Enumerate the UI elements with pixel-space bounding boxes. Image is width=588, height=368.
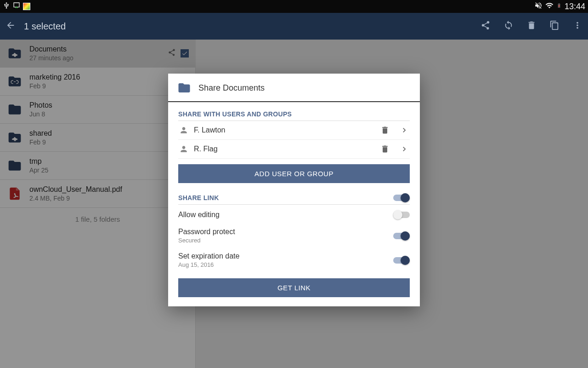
delete-action-icon[interactable] [526, 20, 537, 32]
file-meta: Jun 8 [29, 110, 189, 118]
allow-editing-row[interactable]: Allow editing [178, 205, 410, 222]
file-meta: Apr 25 [29, 167, 189, 174]
allow-editing-toggle[interactable] [393, 210, 410, 219]
selection-app-bar: 1 selected [0, 13, 588, 40]
option-sublabel: Aug 15, 2016 [178, 261, 239, 268]
share-user-row[interactable]: F. Lawton [178, 121, 410, 140]
overflow-menu-icon[interactable] [572, 20, 582, 32]
share-user-row[interactable]: R. Flag [178, 140, 410, 159]
share-action-icon[interactable] [481, 20, 491, 32]
link-folder-icon [6, 73, 23, 90]
copy-action-icon[interactable] [549, 20, 560, 32]
file-name: shared [29, 129, 189, 138]
back-arrow-icon[interactable] [6, 20, 16, 32]
share-link-label: SHARE LINK [178, 194, 219, 201]
file-meta: 27 minutes ago [29, 54, 161, 62]
mute-icon [534, 1, 543, 12]
file-item[interactable]: tmp Apr 25 [0, 152, 195, 180]
person-icon [179, 126, 188, 135]
sync-action-icon[interactable] [503, 20, 514, 32]
file-meta: Feb 9 [29, 138, 189, 146]
file-summary: 1 file, 5 folders [0, 208, 195, 230]
file-meta: Feb 9 [29, 82, 189, 90]
file-item[interactable]: shared Feb 9 [0, 124, 195, 152]
get-link-button[interactable]: GET LINK [178, 278, 410, 297]
password-protect-toggle[interactable] [393, 231, 410, 241]
shared-folder-icon [6, 45, 23, 62]
file-item[interactable]: Documents 27 minutes ago [0, 40, 195, 68]
folder-icon [6, 101, 23, 118]
file-name: ownCloud_User_Manual.pdf [29, 185, 189, 194]
file-meta: 2.4 MB, Feb 9 [29, 195, 189, 202]
expiration-toggle[interactable] [393, 256, 410, 265]
pdf-icon [6, 185, 23, 202]
folder-icon [177, 81, 191, 95]
download-icon [13, 2, 20, 11]
person-icon [179, 144, 188, 154]
share-user-name: F. Lawton [194, 126, 375, 134]
share-users-label: SHARE WITH USERS AND GROUPS [178, 110, 410, 121]
share-link-toggle[interactable] [393, 193, 410, 202]
item-checkbox[interactable] [181, 49, 189, 58]
wifi-icon [545, 1, 554, 12]
password-protect-row[interactable]: Password protect Secured [178, 222, 410, 247]
shared-folder-icon [6, 129, 23, 146]
file-list[interactable]: Documents 27 minutes ago marketing 2016 … [0, 40, 196, 368]
remove-user-icon[interactable] [380, 144, 390, 154]
usb-icon [3, 2, 10, 11]
gallery-icon [23, 3, 30, 10]
option-label: Password protect [178, 228, 235, 236]
status-time: 13:44 [565, 2, 585, 12]
option-label: Set expiration date [178, 252, 239, 260]
selection-count-title: 1 selected [24, 21, 66, 32]
file-item[interactable]: Photos Jun 8 [0, 96, 195, 124]
folder-icon [6, 157, 23, 174]
battery-icon [556, 1, 562, 12]
item-share-icon[interactable] [168, 48, 176, 58]
file-item[interactable]: marketing 2016 Feb 9 [0, 68, 195, 96]
file-name: marketing 2016 [29, 73, 189, 81]
file-item[interactable]: ownCloud_User_Manual.pdf 2.4 MB, Feb 9 [0, 180, 195, 208]
file-name: Documents [29, 45, 161, 53]
file-name: tmp [29, 157, 189, 166]
option-sublabel: Secured [178, 237, 235, 244]
chevron-right-icon[interactable] [400, 126, 409, 135]
share-user-name: R. Flag [194, 145, 375, 153]
expiration-row[interactable]: Set expiration date Aug 15, 2016 [178, 247, 410, 271]
add-user-button[interactable]: ADD USER OR GROUP [178, 164, 410, 183]
dialog-title: Share Documents [198, 83, 265, 93]
remove-user-icon[interactable] [380, 126, 390, 135]
share-dialog: Share Documents SHARE WITH USERS AND GRO… [168, 74, 420, 306]
option-label: Allow editing [178, 211, 220, 219]
chevron-right-icon[interactable] [400, 144, 409, 154]
file-name: Photos [29, 101, 189, 109]
status-bar: 13:44 [0, 0, 588, 13]
